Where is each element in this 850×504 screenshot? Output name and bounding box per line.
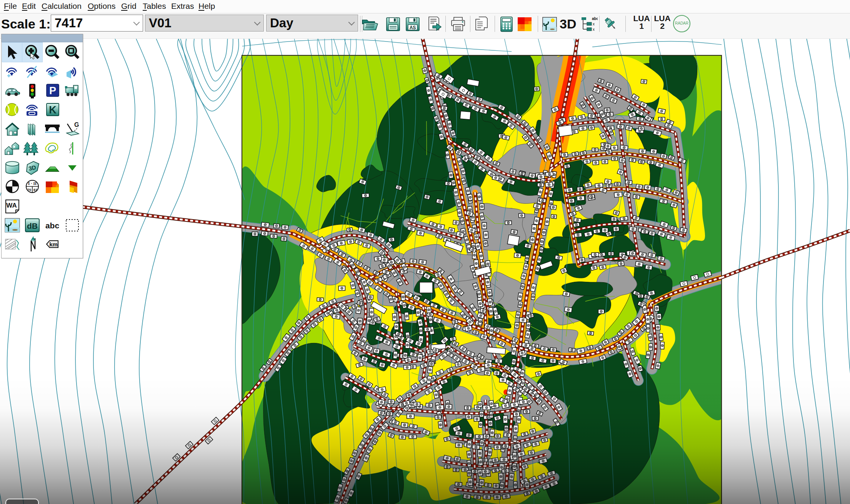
svg-text:WA: WA bbox=[6, 202, 17, 209]
svg-text:P: P bbox=[49, 85, 56, 96]
svg-text:G: G bbox=[74, 121, 79, 128]
svg-text:AS: AS bbox=[410, 25, 416, 30]
svg-text:61: 61 bbox=[33, 188, 37, 192]
svg-text:x: x bbox=[593, 22, 595, 26]
svg-text:I · II: I · II bbox=[28, 181, 37, 186]
svg-text:abc: abc bbox=[592, 17, 598, 21]
svg-text:x: x bbox=[593, 27, 595, 32]
svg-text:70: 70 bbox=[27, 188, 31, 192]
svg-text:dB: dB bbox=[27, 221, 38, 230]
svg-text:km: km bbox=[49, 241, 58, 248]
svg-text:abc: abc bbox=[45, 221, 60, 230]
svg-text:K: K bbox=[49, 104, 57, 116]
